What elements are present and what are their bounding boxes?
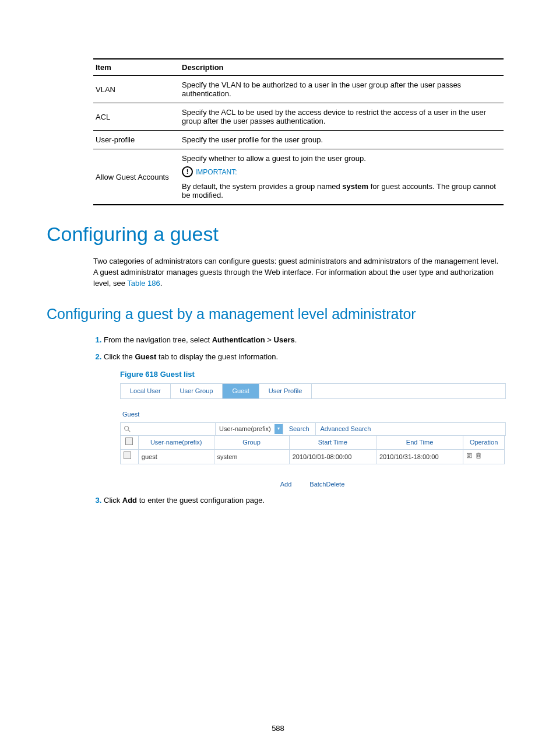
cell-start: 2010/10/01-08:00:00 (289, 450, 376, 464)
tabs: Local User User Group Guest User Profile (120, 383, 506, 399)
section-label-guest: Guest (122, 410, 505, 419)
step-3: Click Add to enter the guest configurati… (104, 495, 504, 506)
description-table: Item Description VLAN Specify the VLAN t… (93, 58, 504, 205)
row-item: ACL (93, 103, 180, 131)
tab-spacer (312, 384, 505, 398)
allowguest-line1: Specify whether to allow a guest to join… (182, 154, 501, 163)
allowguest-line2: By default, the system provides a group … (182, 182, 501, 200)
col-group[interactable]: Group (214, 435, 289, 450)
filter-select[interactable]: User-name(prefix) (215, 423, 275, 435)
advanced-search-link[interactable]: Advanced Search (316, 423, 376, 435)
step-1: From the navigation tree, select Authent… (104, 334, 504, 346)
heading-configuring-guest-by-mgmt: Configuring a guest by a management leve… (47, 306, 509, 323)
search-icon (123, 425, 131, 433)
col-username[interactable]: User-name(prefix) (138, 435, 214, 450)
add-button[interactable]: Add (280, 481, 292, 488)
edit-icon[interactable] (466, 452, 473, 459)
table-row: guest system 2010/10/01-08:00:00 2010/10… (121, 450, 505, 464)
svg-point-0 (125, 426, 129, 430)
action-buttons: Add BatchDelete (120, 480, 505, 489)
page-number: 588 (0, 724, 556, 733)
select-all-checkbox[interactable] (125, 438, 133, 445)
row-checkbox[interactable] (124, 452, 131, 459)
row-desc: Specify the ACL to be used by the access… (180, 103, 504, 131)
important-icon: ! (182, 166, 193, 177)
row-desc: Specify the user profile for the user gr… (180, 131, 504, 149)
col-starttime[interactable]: Start Time (289, 435, 376, 450)
search-input[interactable] (132, 424, 215, 435)
delete-icon[interactable] (475, 452, 482, 459)
tab-guest[interactable]: Guest (223, 384, 259, 398)
tab-user-group[interactable]: User Group (171, 384, 223, 398)
svg-line-1 (128, 430, 131, 432)
link-table-186[interactable]: Table 186 (127, 279, 160, 288)
cell-end: 2010/10/31-18:00:00 (376, 450, 463, 464)
cell-group: system (214, 450, 289, 464)
col-operation: Operation (463, 435, 505, 450)
cell-operation (463, 450, 505, 464)
steps-list: From the navigation tree, select Authent… (93, 334, 504, 506)
screenshot-guest-list: Local User User Group Guest User Profile… (120, 383, 505, 489)
th-item: Item (93, 59, 180, 76)
row-desc: Specify whether to allow a guest to join… (180, 149, 504, 205)
figure-title: Figure 618 Guest list (120, 369, 504, 380)
step-2: Click the Guest tab to display the guest… (104, 351, 504, 489)
tab-local-user[interactable]: Local User (121, 384, 171, 398)
cell-username: guest (138, 450, 214, 464)
search-button[interactable]: Search (283, 423, 316, 435)
intro-paragraph: Two categories of administrators can con… (93, 256, 504, 289)
guest-grid: User-name(prefix) Group Start Time End T… (120, 435, 505, 464)
th-description: Description (180, 59, 504, 76)
col-endtime[interactable]: End Time (376, 435, 463, 450)
search-bar: User-name(prefix) ▾ Search Advanced Sear… (120, 422, 506, 436)
row-item: Allow Guest Accounts (93, 149, 180, 205)
important-callout: ! IMPORTANT: (182, 166, 501, 177)
batch-delete-button[interactable]: BatchDelete (309, 481, 344, 488)
row-item: VLAN (93, 76, 180, 103)
important-label: IMPORTANT: (195, 168, 237, 176)
chevron-down-icon[interactable]: ▾ (275, 424, 283, 434)
row-desc: Specify the VLAN to be authorized to a u… (180, 76, 504, 103)
tab-user-profile[interactable]: User Profile (259, 384, 312, 398)
heading-configuring-guest: Configuring a guest (47, 223, 509, 246)
row-item: User-profile (93, 131, 180, 149)
